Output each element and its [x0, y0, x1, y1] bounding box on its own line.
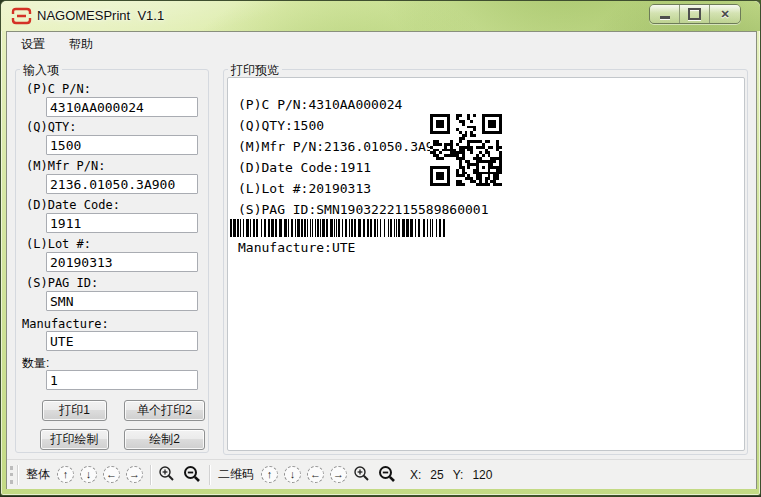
- qr-pan-left-button[interactable]: ←: [307, 466, 324, 483]
- separator: [209, 465, 210, 485]
- whole-pan-left-button[interactable]: ←: [103, 466, 120, 483]
- input-group-title: 输入项: [20, 62, 62, 79]
- preview-line-cpn: (P)C P/N:4310AA000024: [238, 97, 402, 112]
- titlebar[interactable]: NAGOMESPrint V1.1 ✕: [1, 1, 760, 31]
- preview-line-qty: (Q)QTY:1500: [238, 118, 324, 133]
- window-title: NAGOMESPrint V1.1: [37, 8, 164, 23]
- minimize-button[interactable]: [650, 5, 680, 23]
- arrow-left-icon: ←: [310, 469, 321, 480]
- app-window: NAGOMESPrint V1.1 ✕ 设置 帮助 输入项 (P)C P/N: …: [0, 0, 761, 496]
- input-cpn[interactable]: [46, 97, 198, 117]
- field-label-qty: (Q)QTY:: [26, 120, 77, 134]
- menu-help[interactable]: 帮助: [59, 32, 103, 57]
- input-lot[interactable]: [46, 252, 198, 272]
- y-value: 120: [472, 468, 492, 482]
- whole-pan-right-button[interactable]: →: [126, 466, 143, 483]
- whole-group-label: 整体: [26, 466, 50, 483]
- single-print2-button[interactable]: 单个打印2: [124, 400, 205, 421]
- whole-zoom-out-button[interactable]: [183, 465, 202, 484]
- whole-pan-up-button[interactable]: ↑: [57, 466, 74, 483]
- input-manufacture[interactable]: [46, 331, 198, 351]
- qr-zoom-in-button[interactable]: [353, 465, 372, 484]
- input-qty[interactable]: [46, 135, 198, 155]
- arrow-down-icon: ↓: [86, 469, 92, 480]
- arrow-up-icon: ↑: [63, 469, 69, 480]
- x-value: 25: [430, 468, 443, 482]
- field-label-pag-id: (S)PAG ID:: [26, 276, 98, 290]
- zoom-in-icon: [353, 465, 372, 484]
- zoom-out-icon: [183, 465, 202, 484]
- zoom-out-icon: [378, 465, 397, 484]
- close-icon: ✕: [720, 8, 729, 21]
- zoom-in-icon: [158, 465, 177, 484]
- minimize-icon: [660, 16, 670, 19]
- qr-pan-down-button[interactable]: ↓: [284, 466, 301, 483]
- separator: [17, 465, 18, 485]
- input-mfr-pn[interactable]: [46, 174, 198, 194]
- preview-line-date-code: (D)Date Code:1911: [238, 160, 371, 175]
- barcode-image: [230, 219, 445, 237]
- preview-line-pag-id: (S)PAG ID:SMN1903222115589860001: [238, 202, 488, 217]
- arrow-up-icon: ↑: [267, 469, 273, 480]
- qrcode-group-label: 二维码: [218, 466, 254, 483]
- arrow-right-icon: →: [129, 469, 140, 480]
- draw2-button[interactable]: 绘制2: [124, 429, 205, 450]
- maximize-button[interactable]: [680, 5, 710, 23]
- whole-pan-down-button[interactable]: ↓: [80, 466, 97, 483]
- arrow-right-icon: →: [333, 469, 344, 480]
- input-groupbox: 输入项 (P)C P/N: (Q)QTY: (M)Mfr P/N: (D)Dat…: [15, 69, 209, 453]
- qr-pan-up-button[interactable]: ↑: [261, 466, 278, 483]
- window-controls: ✕: [649, 4, 741, 24]
- separator: [150, 465, 151, 485]
- qr-zoom-out-button[interactable]: [378, 465, 397, 484]
- toolbar-grip[interactable]: [10, 466, 13, 484]
- whole-zoom-in-button[interactable]: [158, 465, 177, 484]
- preview-line-lot: (L)Lot #:20190313: [238, 181, 371, 196]
- input-date-code[interactable]: [46, 213, 198, 233]
- menu-settings[interactable]: 设置: [11, 32, 55, 57]
- arrow-down-icon: ↓: [290, 469, 296, 480]
- field-label-manufacture: Manufacture:: [22, 317, 109, 331]
- preview-line-manufacture: Manufacture:UTE: [238, 240, 355, 255]
- qr-pan-right-button[interactable]: →: [330, 466, 347, 483]
- y-label: Y:: [453, 468, 464, 482]
- arrow-left-icon: ←: [106, 469, 117, 480]
- qr-code-image: [430, 114, 502, 186]
- field-label-lot: (L)Lot #:: [26, 237, 91, 251]
- preview-groupbox: 打印预览 (P)C P/N:4310AA000024 (Q)QTY:1500 (…: [223, 69, 748, 455]
- input-pag-id[interactable]: [46, 291, 198, 311]
- app-logo-icon: [11, 7, 32, 25]
- status-toolbar: 整体 ↑ ↓ ← → 二维码 ↑ ↓ ← → X:25Y:120: [7, 459, 754, 489]
- cursor-coordinates: X:25Y:120: [410, 468, 501, 482]
- field-label-mfr-pn: (M)Mfr P/N:: [26, 159, 105, 173]
- menubar: 设置 帮助: [7, 32, 754, 57]
- input-quantity[interactable]: [46, 370, 198, 390]
- print1-button[interactable]: 打印1: [42, 400, 107, 421]
- close-button[interactable]: ✕: [710, 5, 740, 23]
- field-label-date-code: (D)Date Code:: [26, 198, 120, 212]
- field-label-cpn: (P)C P/N:: [26, 82, 91, 96]
- print-draw-button[interactable]: 打印绘制: [40, 429, 109, 450]
- maximize-icon: [688, 8, 701, 20]
- x-label: X:: [410, 468, 421, 482]
- preview-line-mfr-pn: (M)Mfr P/N:2136.01050.3A900: [238, 139, 449, 154]
